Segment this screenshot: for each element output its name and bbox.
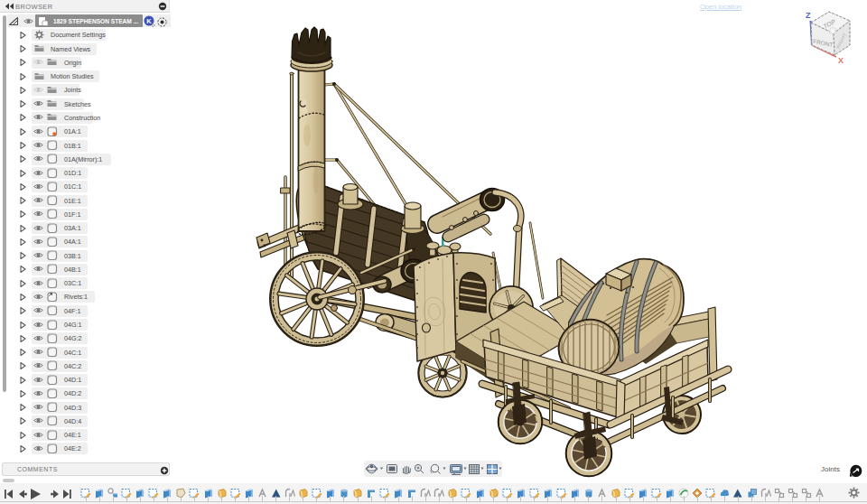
svg-text:Z: Z bbox=[806, 11, 811, 20]
svg-text:K: K bbox=[146, 17, 152, 25]
svg-text:X: X bbox=[838, 56, 844, 65]
